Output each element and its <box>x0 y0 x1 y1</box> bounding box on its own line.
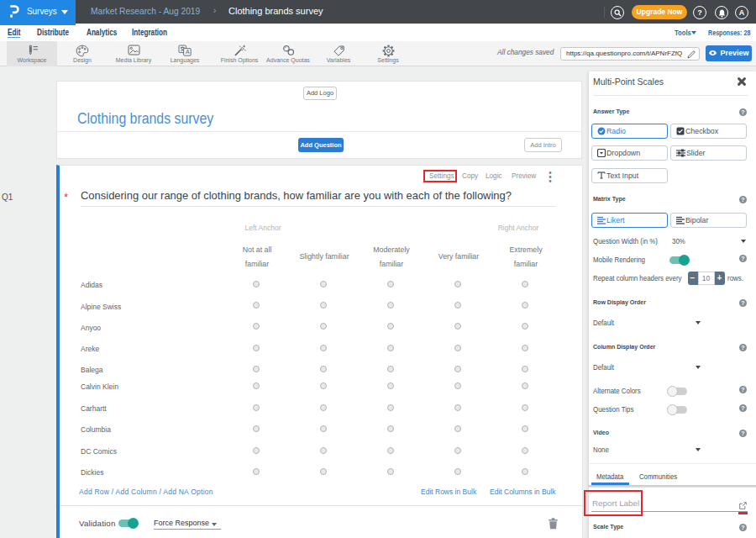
svg-text:A: A <box>186 49 190 55</box>
